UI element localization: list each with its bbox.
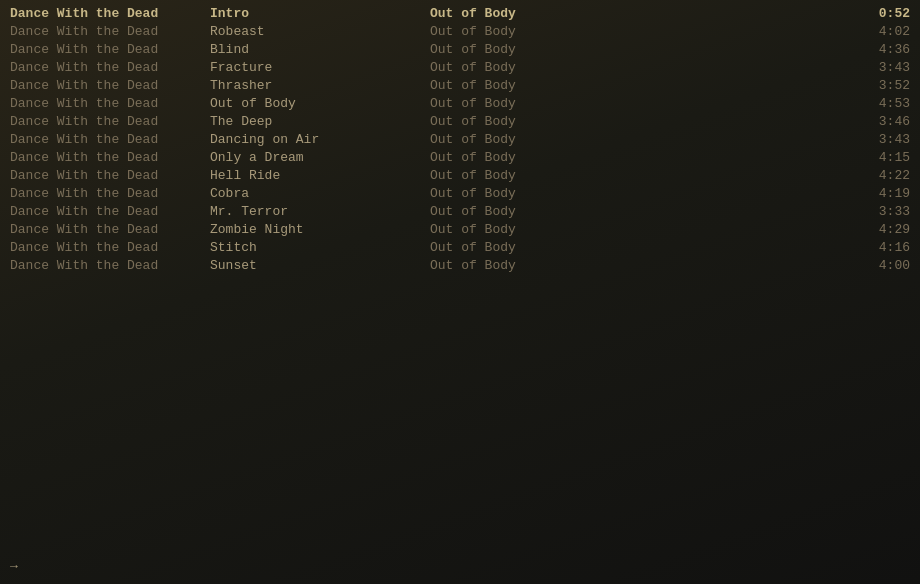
track-title: Sunset (210, 258, 430, 273)
track-row[interactable]: Dance With the DeadThrasherOut of Body3:… (0, 76, 920, 94)
track-artist: Dance With the Dead (10, 186, 210, 201)
track-list-header: Dance With the Dead Intro Out of Body 0:… (0, 4, 920, 22)
track-row[interactable]: Dance With the DeadFractureOut of Body3:… (0, 58, 920, 76)
track-duration: 4:00 (850, 258, 910, 273)
track-album: Out of Body (430, 186, 850, 201)
track-artist: Dance With the Dead (10, 42, 210, 57)
track-row[interactable]: Dance With the DeadOut of BodyOut of Bod… (0, 94, 920, 112)
track-album: Out of Body (430, 96, 850, 111)
track-title: Stitch (210, 240, 430, 255)
track-row[interactable]: Dance With the DeadCobraOut of Body4:19 (0, 184, 920, 202)
track-title: Fracture (210, 60, 430, 75)
track-duration: 4:16 (850, 240, 910, 255)
track-album: Out of Body (430, 78, 850, 93)
track-album: Out of Body (430, 168, 850, 183)
track-album: Out of Body (430, 204, 850, 219)
track-title: Out of Body (210, 96, 430, 111)
track-title: Blind (210, 42, 430, 57)
track-album: Out of Body (430, 222, 850, 237)
header-duration: 0:52 (850, 6, 910, 21)
track-artist: Dance With the Dead (10, 60, 210, 75)
track-artist: Dance With the Dead (10, 204, 210, 219)
track-duration: 4:53 (850, 96, 910, 111)
track-album: Out of Body (430, 60, 850, 75)
track-artist: Dance With the Dead (10, 114, 210, 129)
track-row[interactable]: Dance With the DeadHell RideOut of Body4… (0, 166, 920, 184)
track-list: Dance With the Dead Intro Out of Body 0:… (0, 0, 920, 278)
track-artist: Dance With the Dead (10, 24, 210, 39)
track-artist: Dance With the Dead (10, 222, 210, 237)
track-artist: Dance With the Dead (10, 132, 210, 147)
track-album: Out of Body (430, 240, 850, 255)
track-title: Hell Ride (210, 168, 430, 183)
track-duration: 4:19 (850, 186, 910, 201)
track-row[interactable]: Dance With the DeadRobeastOut of Body4:0… (0, 22, 920, 40)
track-duration: 3:43 (850, 132, 910, 147)
tracks-container: Dance With the DeadRobeastOut of Body4:0… (0, 22, 920, 274)
arrow-indicator: → (10, 559, 18, 574)
track-title: The Deep (210, 114, 430, 129)
track-duration: 3:33 (850, 204, 910, 219)
track-artist: Dance With the Dead (10, 258, 210, 273)
track-duration: 4:15 (850, 150, 910, 165)
track-artist: Dance With the Dead (10, 96, 210, 111)
track-row[interactable]: Dance With the DeadOnly a DreamOut of Bo… (0, 148, 920, 166)
track-title: Zombie Night (210, 222, 430, 237)
header-album: Out of Body (430, 6, 850, 21)
track-row[interactable]: Dance With the DeadMr. TerrorOut of Body… (0, 202, 920, 220)
track-duration: 3:46 (850, 114, 910, 129)
track-row[interactable]: Dance With the DeadSunsetOut of Body4:00 (0, 256, 920, 274)
track-title: Only a Dream (210, 150, 430, 165)
track-album: Out of Body (430, 258, 850, 273)
track-duration: 4:02 (850, 24, 910, 39)
track-duration: 3:43 (850, 60, 910, 75)
track-title: Robeast (210, 24, 430, 39)
track-duration: 4:22 (850, 168, 910, 183)
track-album: Out of Body (430, 24, 850, 39)
track-album: Out of Body (430, 132, 850, 147)
track-artist: Dance With the Dead (10, 150, 210, 165)
track-artist: Dance With the Dead (10, 168, 210, 183)
track-duration: 4:36 (850, 42, 910, 57)
track-album: Out of Body (430, 114, 850, 129)
track-row[interactable]: Dance With the DeadBlindOut of Body4:36 (0, 40, 920, 58)
track-duration: 4:29 (850, 222, 910, 237)
track-duration: 3:52 (850, 78, 910, 93)
track-album: Out of Body (430, 42, 850, 57)
track-row[interactable]: Dance With the DeadThe DeepOut of Body3:… (0, 112, 920, 130)
track-title: Thrasher (210, 78, 430, 93)
track-row[interactable]: Dance With the DeadDancing on AirOut of … (0, 130, 920, 148)
track-album: Out of Body (430, 150, 850, 165)
header-title: Intro (210, 6, 430, 21)
track-artist: Dance With the Dead (10, 78, 210, 93)
header-artist: Dance With the Dead (10, 6, 210, 21)
track-title: Dancing on Air (210, 132, 430, 147)
track-title: Mr. Terror (210, 204, 430, 219)
track-row[interactable]: Dance With the DeadStitchOut of Body4:16 (0, 238, 920, 256)
track-row[interactable]: Dance With the DeadZombie NightOut of Bo… (0, 220, 920, 238)
track-title: Cobra (210, 186, 430, 201)
track-artist: Dance With the Dead (10, 240, 210, 255)
